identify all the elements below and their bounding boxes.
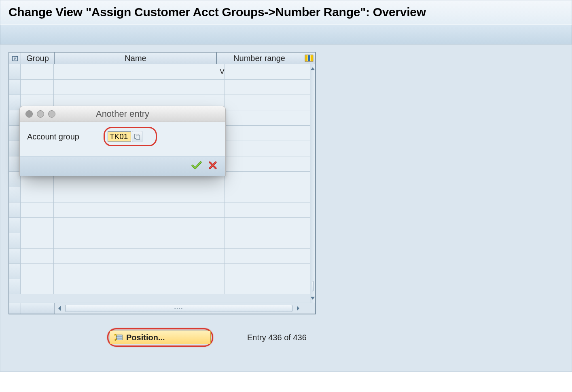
- checkmark-icon: [191, 160, 202, 172]
- horizontal-scrollbar: ••••: [9, 303, 315, 314]
- scroll-down-button[interactable]: [310, 294, 315, 303]
- cell-group[interactable]: [21, 202, 54, 217]
- dialog-confirm-button[interactable]: [191, 161, 202, 171]
- column-header-name[interactable]: Name: [55, 53, 217, 64]
- cell-number-range[interactable]: [225, 156, 310, 171]
- row-selector[interactable]: [9, 156, 21, 171]
- cell-number-range[interactable]: [225, 264, 310, 279]
- visible-text-fragment: V: [220, 67, 225, 76]
- cell-number-range[interactable]: [225, 95, 310, 110]
- row-selector[interactable]: [9, 187, 21, 202]
- row-selector[interactable]: [9, 141, 21, 156]
- scroll-up-button[interactable]: [310, 64, 315, 73]
- dialog-body: Account group: [20, 122, 225, 156]
- row-selector[interactable]: [9, 202, 21, 217]
- value-help-button[interactable]: [132, 131, 142, 142]
- table-row[interactable]: [9, 187, 310, 202]
- scroll-thumb[interactable]: [312, 281, 314, 291]
- cell-number-range[interactable]: [225, 80, 310, 95]
- table-row[interactable]: [9, 279, 310, 294]
- column-header-group[interactable]: Group: [21, 53, 55, 64]
- vertical-scrollbar[interactable]: [310, 64, 315, 303]
- column-header-number-range[interactable]: Number range: [217, 53, 302, 64]
- dialog-cancel-button[interactable]: [208, 161, 218, 171]
- table-row[interactable]: V: [9, 64, 310, 80]
- account-group-input[interactable]: [108, 131, 131, 142]
- cell-group[interactable]: [21, 264, 54, 279]
- cell-number-range[interactable]: [225, 279, 310, 294]
- account-group-label: Account group: [27, 132, 79, 141]
- table-row[interactable]: [9, 249, 310, 264]
- position-icon: [114, 333, 123, 341]
- cell-group[interactable]: [21, 80, 54, 95]
- scroll-right-button[interactable]: [293, 303, 303, 314]
- row-selector[interactable]: [9, 126, 21, 141]
- table-row[interactable]: [9, 233, 310, 249]
- cell-name[interactable]: [54, 264, 225, 279]
- svg-rect-4: [311, 55, 313, 61]
- cell-group[interactable]: [21, 187, 54, 202]
- window-close-button[interactable]: [25, 110, 33, 118]
- row-selector[interactable]: [9, 233, 21, 248]
- row-selector[interactable]: [9, 80, 21, 95]
- position-button[interactable]: Position...: [110, 331, 211, 344]
- cell-name[interactable]: [54, 233, 225, 248]
- cell-number-range[interactable]: [225, 233, 310, 248]
- table-row[interactable]: [9, 202, 310, 218]
- svg-rect-3: [308, 55, 310, 61]
- row-selector[interactable]: [9, 264, 21, 279]
- cell-number-range[interactable]: [225, 172, 310, 187]
- table-header: Group Name Number range: [9, 53, 315, 64]
- entry-status: Entry 436 of 436: [247, 333, 307, 342]
- row-selector[interactable]: [9, 110, 21, 125]
- table-row[interactable]: [9, 218, 310, 233]
- cell-number-range[interactable]: [225, 126, 310, 141]
- select-all-header[interactable]: [9, 53, 21, 64]
- row-selector[interactable]: [9, 279, 21, 294]
- cell-group[interactable]: [21, 64, 54, 79]
- page-title-bar: Change View "Assign Customer Acct Groups…: [0, 0, 572, 24]
- table-row[interactable]: [9, 80, 310, 95]
- dialog-footer: [20, 156, 225, 176]
- window-zoom-button[interactable]: [48, 110, 55, 118]
- column-header-name-label: Name: [125, 54, 146, 63]
- cell-number-range[interactable]: [225, 64, 310, 79]
- cell-number-range[interactable]: [225, 249, 310, 263]
- cell-name[interactable]: [54, 80, 225, 95]
- table-row[interactable]: [9, 264, 310, 279]
- work-area: Group Name Number range: [0, 44, 572, 372]
- hscroll-thumb[interactable]: ••••: [65, 305, 292, 312]
- cell-name[interactable]: [54, 218, 225, 233]
- cell-number-range[interactable]: [225, 187, 310, 202]
- assignment-table: Group Name Number range: [8, 52, 316, 314]
- svg-rect-2: [305, 55, 307, 61]
- cell-group[interactable]: [21, 249, 54, 263]
- column-header-range-label: Number range: [233, 54, 285, 63]
- position-button-label: Position...: [126, 333, 165, 342]
- cell-number-range[interactable]: [225, 202, 310, 217]
- cell-name[interactable]: V: [54, 64, 225, 79]
- cell-name[interactable]: [54, 249, 225, 263]
- dialog-titlebar[interactable]: Another entry: [20, 106, 225, 122]
- cell-group[interactable]: [21, 233, 54, 248]
- cell-number-range[interactable]: [225, 141, 310, 156]
- cell-group[interactable]: [21, 218, 54, 233]
- cell-group[interactable]: [21, 279, 54, 294]
- cell-name[interactable]: [54, 279, 225, 294]
- cell-name[interactable]: [54, 187, 225, 202]
- cell-number-range[interactable]: [225, 110, 310, 125]
- row-selector[interactable]: [9, 218, 21, 233]
- table-configure-button[interactable]: [302, 53, 315, 64]
- cross-icon: [208, 161, 217, 172]
- window-minimize-button[interactable]: [37, 110, 44, 118]
- scroll-left-button[interactable]: [55, 303, 64, 314]
- cell-name[interactable]: [54, 202, 225, 217]
- row-selector[interactable]: [9, 172, 21, 187]
- row-selector[interactable]: [9, 95, 21, 110]
- cell-number-range[interactable]: [225, 218, 310, 233]
- row-selector[interactable]: [9, 64, 21, 79]
- value-help-icon: [134, 133, 140, 140]
- application-toolbar: [0, 24, 572, 44]
- row-selector[interactable]: [9, 249, 21, 263]
- position-button-highlight: Position...: [110, 331, 211, 344]
